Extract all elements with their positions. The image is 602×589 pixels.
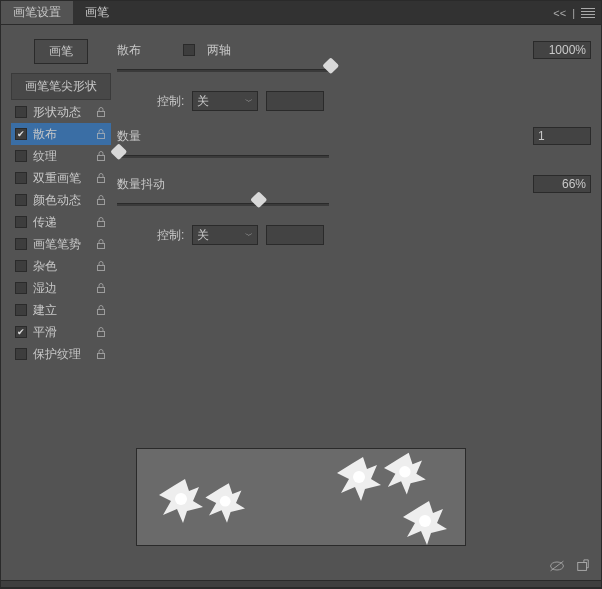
divider: | [572, 7, 575, 19]
count-jitter-slider[interactable] [117, 197, 329, 211]
settings-main: 散布 两轴 1000% 控制: 关 ﹀ 数量 1 [117, 33, 595, 448]
panel-footer [1, 552, 601, 580]
checkbox[interactable] [15, 172, 27, 184]
lock-icon[interactable] [95, 304, 107, 316]
svg-rect-1 [98, 134, 105, 139]
svg-rect-8 [98, 288, 105, 293]
count-value[interactable]: 1 [533, 127, 591, 145]
checkbox[interactable] [15, 282, 27, 294]
resize-bar[interactable] [1, 580, 601, 588]
both-axes-checkbox[interactable] [183, 44, 195, 56]
lock-icon[interactable] [95, 150, 107, 162]
sidebar-option-8[interactable]: 湿边 [11, 277, 111, 299]
brush-tip-shape[interactable]: 画笔笔尖形状 [11, 73, 111, 100]
checkbox[interactable] [15, 128, 27, 140]
lock-icon[interactable] [95, 172, 107, 184]
sidebar-option-6[interactable]: 画笔笔势 [11, 233, 111, 255]
count-jitter-label: 数量抖动 [117, 176, 173, 193]
select-value: 关 [197, 227, 209, 244]
sidebar-option-3[interactable]: 双重画笔 [11, 167, 111, 189]
option-label: 建立 [33, 302, 89, 319]
svg-rect-4 [98, 200, 105, 205]
sidebar-option-1[interactable]: 散布 [11, 123, 111, 145]
option-label: 平滑 [33, 324, 89, 341]
lock-icon[interactable] [95, 238, 107, 250]
checkbox[interactable] [15, 304, 27, 316]
lock-icon[interactable] [95, 128, 107, 140]
svg-rect-3 [98, 178, 105, 183]
sidebar-option-2[interactable]: 纹理 [11, 145, 111, 167]
lock-icon[interactable] [95, 194, 107, 206]
tab-brush[interactable]: 画笔 [73, 1, 121, 24]
checkbox[interactable] [15, 260, 27, 272]
count-label: 数量 [117, 128, 173, 145]
tab-label: 画笔设置 [13, 4, 61, 21]
chevron-down-icon: ﹀ [245, 96, 253, 107]
jitter-control-select[interactable]: 关 ﹀ [192, 225, 258, 245]
sidebar-option-11[interactable]: 保护纹理 [11, 343, 111, 365]
checkbox[interactable] [15, 326, 27, 338]
svg-rect-2 [98, 156, 105, 161]
control-label: 控制: [157, 227, 184, 244]
sidebar-option-7[interactable]: 杂色 [11, 255, 111, 277]
sidebar-option-9[interactable]: 建立 [11, 299, 111, 321]
label: 画笔笔尖形状 [25, 79, 97, 93]
tab-bar: 画笔设置 画笔 << | [1, 1, 601, 25]
sidebar-option-10[interactable]: 平滑 [11, 321, 111, 343]
svg-rect-10 [98, 332, 105, 337]
lock-icon[interactable] [95, 282, 107, 294]
sidebar-option-4[interactable]: 颜色动态 [11, 189, 111, 211]
svg-rect-15 [578, 563, 587, 571]
svg-rect-0 [98, 112, 105, 117]
lock-icon[interactable] [95, 348, 107, 360]
scatter-control-value[interactable] [266, 91, 324, 111]
sidebar-option-0[interactable]: 形状动态 [11, 101, 111, 123]
option-label: 纹理 [33, 148, 89, 165]
option-label: 双重画笔 [33, 170, 89, 187]
sidebar-option-5[interactable]: 传递 [11, 211, 111, 233]
label: 画笔 [49, 44, 73, 58]
brush-presets-button[interactable]: 画笔 [34, 39, 88, 64]
lock-icon[interactable] [95, 326, 107, 338]
option-label: 传递 [33, 214, 89, 231]
both-axes-label: 两轴 [207, 42, 231, 59]
panel-menu-icon[interactable] [581, 8, 595, 18]
select-value: 关 [197, 93, 209, 110]
svg-rect-6 [98, 244, 105, 249]
scatter-value[interactable]: 1000% [533, 41, 591, 59]
control-label: 控制: [157, 93, 184, 110]
brush-preview [136, 448, 466, 546]
count-jitter-value[interactable]: 66% [533, 175, 591, 193]
new-preset-icon[interactable] [575, 559, 591, 573]
checkbox[interactable] [15, 216, 27, 228]
count-slider[interactable] [117, 149, 329, 163]
collapse-icon[interactable]: << [553, 7, 566, 19]
tab-brush-settings[interactable]: 画笔设置 [1, 1, 73, 24]
sidebar: 画笔 画笔笔尖形状 形状动态散布纹理双重画笔颜色动态传递画笔笔势杂色湿边建立平滑… [11, 33, 111, 448]
checkbox[interactable] [15, 238, 27, 250]
scatter-slider[interactable] [117, 63, 329, 77]
checkbox[interactable] [15, 150, 27, 162]
option-label: 形状动态 [33, 104, 89, 121]
checkbox[interactable] [15, 348, 27, 360]
jitter-control-value[interactable] [266, 225, 324, 245]
svg-rect-5 [98, 222, 105, 227]
scatter-label: 散布 [117, 42, 173, 59]
option-label: 保护纹理 [33, 346, 89, 363]
toggle-preview-icon[interactable] [549, 559, 565, 573]
option-label: 杂色 [33, 258, 89, 275]
chevron-down-icon: ﹀ [245, 230, 253, 241]
option-label: 颜色动态 [33, 192, 89, 209]
checkbox[interactable] [15, 106, 27, 118]
lock-icon[interactable] [95, 216, 107, 228]
option-label: 散布 [33, 126, 89, 143]
svg-rect-9 [98, 310, 105, 315]
tab-label: 画笔 [85, 4, 109, 21]
svg-rect-11 [98, 354, 105, 359]
scatter-control-select[interactable]: 关 ﹀ [192, 91, 258, 111]
lock-icon[interactable] [95, 260, 107, 272]
lock-icon[interactable] [95, 106, 107, 118]
checkbox[interactable] [15, 194, 27, 206]
svg-rect-7 [98, 266, 105, 271]
option-label: 湿边 [33, 280, 89, 297]
